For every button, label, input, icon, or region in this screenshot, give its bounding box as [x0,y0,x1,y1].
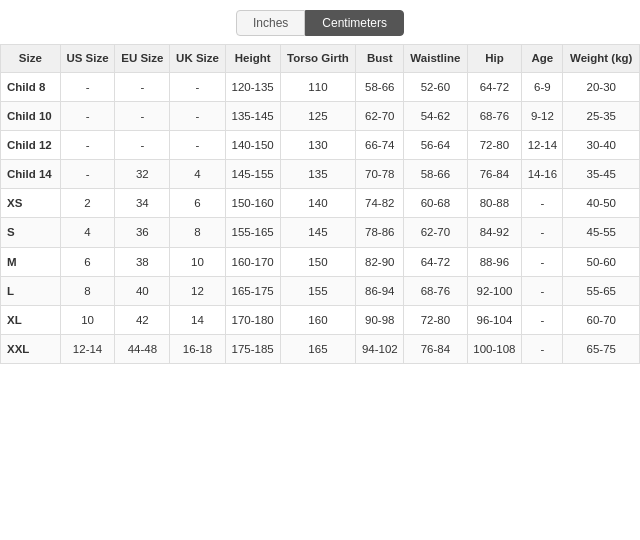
table-cell: - [522,247,563,276]
table-row: Child 8---120-13511058-6652-6064-726-920… [1,72,640,101]
table-cell: Child 10 [1,102,61,131]
table-cell: L [1,276,61,305]
table-cell: - [522,305,563,334]
table-header-row: SizeUS SizeEU SizeUK SizeHeightTorso Gir… [1,45,640,73]
table-cell: Child 12 [1,131,61,160]
table-cell: 86-94 [356,276,404,305]
table-cell: 72-80 [404,305,467,334]
column-header: EU Size [115,45,170,73]
table-cell: 82-90 [356,247,404,276]
table-cell: - [522,334,563,363]
table-cell: 78-86 [356,218,404,247]
table-cell: 88-96 [467,247,522,276]
table-cell: 6-9 [522,72,563,101]
table-cell: - [60,131,115,160]
table-cell: 90-98 [356,305,404,334]
table-cell: 40-50 [563,189,640,218]
table-cell: 40 [115,276,170,305]
table-cell: 84-92 [467,218,522,247]
table-cell: 34 [115,189,170,218]
table-cell: - [60,72,115,101]
table-cell: 145-155 [225,160,280,189]
table-cell: 76-84 [404,334,467,363]
table-cell: 130 [280,131,356,160]
table-cell: 155 [280,276,356,305]
table-cell: 12-14 [60,334,115,363]
table-cell: 64-72 [404,247,467,276]
table-cell: XL [1,305,61,334]
table-cell: 4 [60,218,115,247]
table-cell: 4 [170,160,225,189]
table-cell: 76-84 [467,160,522,189]
table-cell: 74-82 [356,189,404,218]
table-cell: 14 [170,305,225,334]
table-cell: 36 [115,218,170,247]
table-cell: - [60,160,115,189]
table-cell: 125 [280,102,356,131]
inches-button[interactable]: Inches [236,10,305,36]
table-cell: Child 14 [1,160,61,189]
centimeters-button[interactable]: Centimeters [305,10,404,36]
table-cell: 165-175 [225,276,280,305]
table-row: XS2346150-16014074-8260-6880-88-40-50 [1,189,640,218]
table-cell: 2 [60,189,115,218]
table-cell: 96-104 [467,305,522,334]
table-cell: 140 [280,189,356,218]
table-cell: 20-30 [563,72,640,101]
column-header: Height [225,45,280,73]
table-cell: S [1,218,61,247]
unit-toggle-bar: Inches Centimeters [0,0,640,44]
table-cell: 66-74 [356,131,404,160]
size-chart-table: SizeUS SizeEU SizeUK SizeHeightTorso Gir… [0,44,640,364]
table-cell: - [170,131,225,160]
table-cell: 110 [280,72,356,101]
table-cell: 160 [280,305,356,334]
table-cell: 42 [115,305,170,334]
table-cell: 68-76 [404,276,467,305]
table-cell: 60-68 [404,189,467,218]
table-cell: XS [1,189,61,218]
table-cell: 9-12 [522,102,563,131]
column-header: Waistline [404,45,467,73]
table-cell: 58-66 [356,72,404,101]
table-cell: - [522,218,563,247]
table-cell: - [170,72,225,101]
table-row: S4368155-16514578-8662-7084-92-45-55 [1,218,640,247]
table-cell: 6 [170,189,225,218]
table-cell: 68-76 [467,102,522,131]
table-cell: 58-66 [404,160,467,189]
table-cell: 80-88 [467,189,522,218]
table-cell: - [115,72,170,101]
column-header: Torso Girth [280,45,356,73]
table-row: Child 10---135-14512562-7054-6268-769-12… [1,102,640,131]
column-header: Weight (kg) [563,45,640,73]
table-cell: 52-60 [404,72,467,101]
table-cell: - [60,102,115,131]
table-cell: 175-185 [225,334,280,363]
table-cell: 92-100 [467,276,522,305]
table-cell: 160-170 [225,247,280,276]
table-cell: - [115,102,170,131]
table-cell: 70-78 [356,160,404,189]
table-cell: 45-55 [563,218,640,247]
table-cell: 135 [280,160,356,189]
column-header: UK Size [170,45,225,73]
column-header: Age [522,45,563,73]
table-cell: 55-65 [563,276,640,305]
table-cell: 12-14 [522,131,563,160]
table-cell: 8 [60,276,115,305]
table-cell: - [522,276,563,305]
table-cell: 135-145 [225,102,280,131]
table-cell: 10 [60,305,115,334]
table-cell: 145 [280,218,356,247]
column-header: Bust [356,45,404,73]
table-cell: - [115,131,170,160]
table-cell: 8 [170,218,225,247]
table-cell: 155-165 [225,218,280,247]
table-row: M63810160-17015082-9064-7288-96-50-60 [1,247,640,276]
table-cell: 16-18 [170,334,225,363]
table-row: L84012165-17515586-9468-7692-100-55-65 [1,276,640,305]
table-cell: 12 [170,276,225,305]
table-cell: 44-48 [115,334,170,363]
table-cell: 50-60 [563,247,640,276]
